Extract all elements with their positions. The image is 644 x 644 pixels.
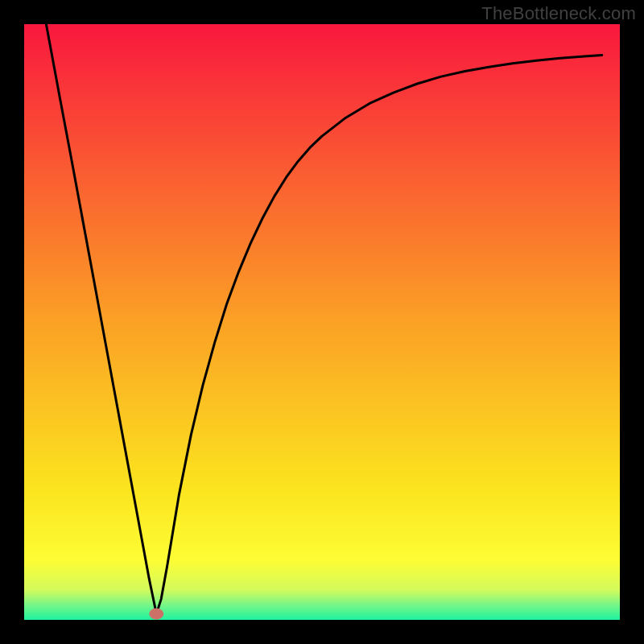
chart-container: TheBottleneck.com bbox=[0, 0, 644, 644]
bottleneck-chart bbox=[0, 0, 644, 644]
watermark-text: TheBottleneck.com bbox=[481, 3, 636, 24]
optimal-point-marker bbox=[149, 609, 163, 620]
plot-background bbox=[24, 24, 620, 620]
